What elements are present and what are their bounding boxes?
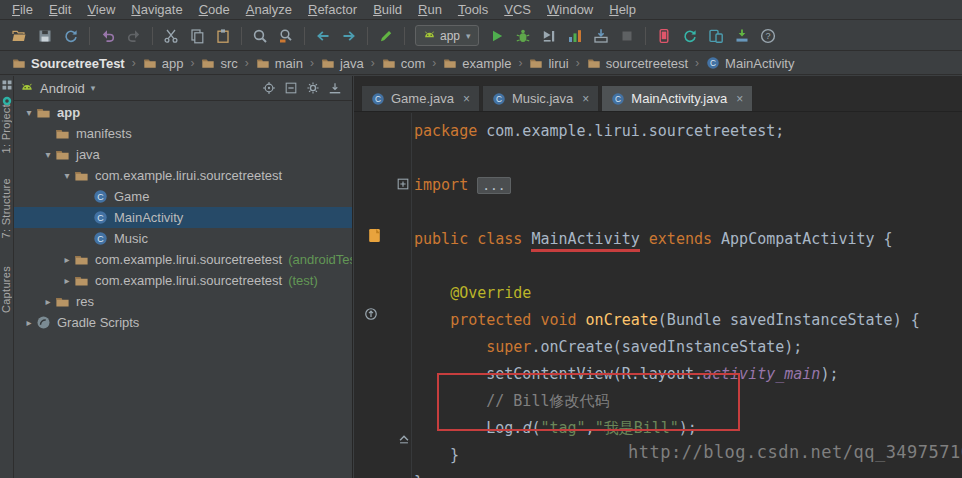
help-button[interactable]: ?: [755, 24, 781, 48]
run-button[interactable]: [484, 24, 510, 48]
code-token[interactable]: }: [414, 446, 459, 464]
code-line[interactable]: [414, 199, 962, 226]
close-icon[interactable]: ×: [582, 92, 589, 106]
menu-item-refactor[interactable]: Refactor: [300, 0, 365, 20]
redo-button[interactable]: [121, 24, 147, 48]
editor-tab-music-java[interactable]: CMusic.java×: [482, 85, 599, 111]
code-line[interactable]: }: [414, 442, 962, 469]
device-manager-button[interactable]: [703, 24, 729, 48]
expanded-arrow-icon[interactable]: ▾: [60, 170, 74, 181]
code-token[interactable]: activity_main: [703, 365, 820, 383]
debug-button[interactable]: [510, 24, 536, 48]
code-line[interactable]: package com.example.lirui.sourcetreetest…: [414, 118, 962, 145]
menu-item-view[interactable]: View: [79, 0, 123, 20]
settings-gear-icon[interactable]: [306, 81, 320, 95]
hide-panel-icon[interactable]: [328, 81, 342, 95]
collapsed-arrow-icon[interactable]: ▸: [60, 275, 74, 286]
code-token[interactable]: }: [414, 473, 423, 478]
code-token[interactable]: package: [414, 122, 486, 140]
menu-item-analyze[interactable]: Analyze: [238, 0, 300, 20]
code-token[interactable]: @Override: [450, 284, 531, 302]
attach-debugger-button[interactable]: [588, 24, 614, 48]
code-line[interactable]: // Bill修改代码: [414, 388, 962, 415]
tree-item-com-example-lirui-sourcetreetest[interactable]: ▸com.example.lirui.sourcetreetest(test): [14, 270, 352, 291]
stop-button[interactable]: [614, 24, 640, 48]
menu-item-run[interactable]: Run: [410, 0, 450, 20]
collapsed-arrow-icon[interactable]: ▸: [41, 296, 55, 307]
tree-item-music[interactable]: CMusic: [14, 228, 352, 249]
breadcrumb-item-app[interactable]: app: [141, 56, 186, 71]
tool-window-button-project[interactable]: 1: Project: [0, 104, 12, 153]
menu-item-navigate[interactable]: Navigate: [123, 0, 190, 20]
tree-item-java[interactable]: ▾java: [14, 144, 352, 165]
code-token[interactable]: [640, 230, 649, 248]
menu-item-window[interactable]: Window: [539, 0, 601, 20]
tool-window-button-captures[interactable]: Captures: [0, 266, 12, 313]
breadcrumb-item-sourcetreetest[interactable]: sourcetreetest: [585, 56, 690, 71]
chevron-down-icon[interactable]: ▾: [91, 83, 96, 93]
code-line[interactable]: }: [414, 469, 962, 478]
pencil-button[interactable]: [373, 24, 399, 48]
replace-button[interactable]: [273, 24, 299, 48]
tree-item-com-example-lirui-sourcetreetest[interactable]: ▾com.example.lirui.sourcetreetest: [14, 165, 352, 186]
run-with-coverage-button[interactable]: [536, 24, 562, 48]
close-icon[interactable]: ×: [463, 92, 470, 106]
tree-item-mainactivity[interactable]: CMainActivity: [14, 207, 352, 228]
code-token[interactable]: [414, 311, 450, 329]
editor-tab-mainactivity-java[interactable]: CMainActivity.java×: [601, 85, 753, 111]
activity-file-gutter-icon[interactable]: [366, 227, 383, 244]
android-monitor-button[interactable]: [651, 24, 677, 48]
sdk-manager-button[interactable]: [729, 24, 755, 48]
code-token[interactable]: "我是Bill": [595, 419, 679, 437]
scroll-from-source-icon[interactable]: [262, 81, 276, 95]
code-line[interactable]: protected void onCreate(Bundle savedInst…: [414, 307, 962, 334]
code-token[interactable]: // Bill修改代码: [486, 392, 609, 410]
undo-button[interactable]: [95, 24, 121, 48]
breadcrumb-item-sourcetreetest[interactable]: SourcetreeTest: [10, 56, 127, 71]
code-line[interactable]: [414, 253, 962, 280]
menu-item-code[interactable]: Code: [191, 0, 238, 20]
code-token[interactable]: setContentView(R.layout.: [414, 365, 703, 383]
sync-button[interactable]: [58, 24, 84, 48]
breadcrumb-item-lirui[interactable]: lirui: [527, 56, 570, 71]
fold-end-arrow-icon[interactable]: [397, 431, 411, 445]
forward-button[interactable]: [336, 24, 362, 48]
code-token[interactable]: protected void: [450, 311, 585, 329]
paste-button[interactable]: [210, 24, 236, 48]
tree-item-game[interactable]: CGame: [14, 186, 352, 207]
collapse-all-icon[interactable]: [284, 81, 298, 95]
collapsed-arrow-icon[interactable]: ▸: [22, 317, 36, 328]
menu-item-file[interactable]: File: [4, 0, 41, 20]
menu-item-help[interactable]: Help: [601, 0, 644, 20]
close-icon[interactable]: ×: [736, 92, 743, 106]
code-token[interactable]: super: [486, 338, 531, 356]
code-token[interactable]: );: [820, 365, 838, 383]
cut-button[interactable]: [158, 24, 184, 48]
code-line[interactable]: [414, 145, 962, 172]
code-token[interactable]: public class: [414, 230, 531, 248]
code-line[interactable]: super.onCreate(savedInstanceState);: [414, 334, 962, 361]
fold-plus-icon[interactable]: [396, 177, 410, 191]
collapsed-arrow-icon[interactable]: ▸: [60, 254, 74, 265]
menu-item-edit[interactable]: Edit: [41, 0, 79, 20]
run-configuration-selector[interactable]: app▾: [415, 25, 479, 46]
code-line[interactable]: Log.d("tag","我是Bill");: [414, 415, 962, 442]
overriding-method-gutter-icon[interactable]: [364, 307, 378, 321]
breadcrumb-item-src[interactable]: src: [199, 56, 239, 71]
editor-tab-game-java[interactable]: CGame.java×: [361, 85, 480, 111]
code-token[interactable]: AppCompatActivity {: [721, 230, 893, 248]
code-token[interactable]: "tag": [540, 419, 585, 437]
tree-item-res[interactable]: ▸res: [14, 291, 352, 312]
breadcrumb-item-example[interactable]: example: [441, 56, 513, 71]
open-folder-button[interactable]: [6, 24, 32, 48]
tree-item-app[interactable]: ▾app: [14, 102, 352, 123]
save-all-button[interactable]: [32, 24, 58, 48]
code-token[interactable]: Log.: [414, 419, 522, 437]
menu-item-build[interactable]: Build: [365, 0, 410, 20]
code-token[interactable]: .onCreate(savedInstanceState);: [531, 338, 802, 356]
code-token[interactable]: extends: [649, 230, 721, 248]
tree-item-manifests[interactable]: manifests: [14, 123, 352, 144]
tree-item-gradle-scripts[interactable]: ▸Gradle Scripts: [14, 312, 352, 333]
code-token[interactable]: [414, 284, 450, 302]
code-token[interactable]: (Bundle savedInstanceState) {: [658, 311, 920, 329]
